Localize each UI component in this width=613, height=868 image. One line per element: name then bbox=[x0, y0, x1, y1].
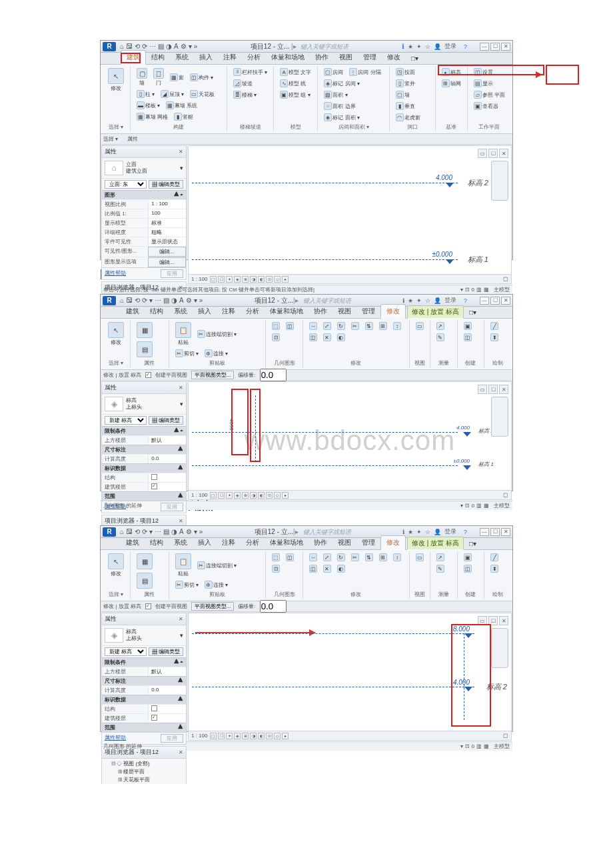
close-icon[interactable]: ✕ bbox=[501, 43, 510, 51]
tab-6[interactable]: 体量和场地 bbox=[265, 536, 308, 549]
login-link[interactable]: 登录 bbox=[444, 42, 456, 51]
close-browser-icon[interactable]: ✕ bbox=[179, 749, 183, 755]
qat-redo-icon[interactable]: ⟳ bbox=[142, 43, 147, 50]
tab-modify[interactable]: 修改 bbox=[382, 51, 406, 64]
view-control-bar[interactable]: 1 : 100▢☐✦◈⊕◑◐⊙◇▸ ▢ bbox=[189, 490, 511, 499]
edit-type-button[interactable]: ▦ 编辑类型 bbox=[149, 180, 183, 189]
tab-10[interactable]: 修改 bbox=[380, 535, 406, 550]
tab-5[interactable]: 分析 bbox=[241, 536, 265, 549]
ribbon-icon-button[interactable]: ◐ bbox=[335, 564, 347, 573]
type-dropdown-icon[interactable]: ▾ bbox=[180, 401, 183, 407]
level-1-line[interactable] bbox=[192, 259, 458, 260]
info-icon-3[interactable]: ☆ bbox=[425, 529, 430, 535]
ribbon-面积-button[interactable]: ▨面积 ▾ bbox=[322, 90, 349, 99]
ribbon-按面-button[interactable]: ◳按面 bbox=[394, 67, 417, 77]
canvas-max-icon[interactable]: ☐ bbox=[488, 385, 498, 394]
status-icon-2[interactable]: 0 bbox=[472, 743, 474, 749]
status-icon-1[interactable]: ⊡ bbox=[465, 743, 470, 749]
drawing-canvas[interactable]: 8.000 4.000 标高 2 ▭☐✕ 1 : 100▢☐✦◈⊕◑◐⊙◇▸ ▢ bbox=[188, 613, 512, 741]
property-row[interactable]: 图形显示选项编辑... bbox=[102, 257, 186, 267]
qat-icon-8[interactable]: A bbox=[179, 297, 184, 304]
ribbon-icon-button[interactable]: ✎ bbox=[434, 333, 446, 342]
close-panel-icon[interactable]: ✕ bbox=[179, 385, 183, 391]
ribbon-tabs[interactable]: 建筑结构系统插入注释分析体量和场地协作视图管理修改修改 | 放置 标高□▾ bbox=[101, 538, 512, 550]
qat-icon-2[interactable]: ⟲ bbox=[135, 528, 140, 535]
ribbon-tabs[interactable]: 建筑结构系统插入注释分析体量和场地协作视图管理修改修改 | 放置 标高□▾ bbox=[101, 307, 512, 319]
qat-icon-3[interactable]: ⟳ bbox=[142, 528, 147, 535]
tab-7[interactable]: 协作 bbox=[308, 536, 332, 549]
canvas-close-icon[interactable]: ✕ bbox=[499, 385, 508, 394]
tab-8[interactable]: 视图 bbox=[332, 536, 356, 549]
ribbon-icon-button[interactable]: ◐ bbox=[335, 333, 347, 342]
ribbon-连接-button[interactable]: ⊕连接 ▾ bbox=[203, 349, 230, 358]
ribbon-icon-button[interactable]: ↔ bbox=[307, 553, 319, 562]
fav-icon[interactable]: ☆ bbox=[425, 43, 430, 50]
tab-annotate[interactable]: 注释 bbox=[218, 51, 242, 64]
scale-value[interactable]: 1 : 100 bbox=[191, 276, 207, 282]
property-row[interactable]: 详细程度粗略 bbox=[102, 227, 186, 237]
quick-access-toolbar[interactable]: ⌂ 🖫 ⟲ ⟳ ⋯ ▤ ◑ A ⚙ ▾ » bbox=[120, 43, 197, 50]
view-control-icon-8[interactable]: ◇ bbox=[274, 492, 281, 499]
canvas-controls[interactable]: ▭☐✕ bbox=[478, 616, 508, 668]
info-icon-3[interactable]: ☆ bbox=[425, 297, 430, 304]
info-icon-1[interactable]: ★ bbox=[408, 297, 413, 304]
ribbon-icon-button[interactable]: ⬚ bbox=[270, 321, 282, 331]
drawing-canvas[interactable]: ▭☐✕ 4.000 标高 2 ±0.000 标高 1 1 : 100 ▢☐✦◈⊕… bbox=[188, 145, 512, 284]
quick-access-toolbar[interactable]: ⌂🖫⟲⟳▾⋯▤◑A⚙▾» bbox=[120, 528, 203, 535]
view-control-icon-5[interactable]: ◑ bbox=[250, 492, 257, 499]
view-control-bar[interactable]: 1 : 100▢☐✦◈⊕◑◐⊙◇▸ ▢ bbox=[189, 731, 511, 740]
qat-icon-10[interactable]: ▾ bbox=[194, 528, 197, 535]
help-icon[interactable]: ? bbox=[464, 297, 467, 304]
ribbon-模型文字-button[interactable]: A模型 文字 bbox=[278, 67, 313, 77]
qat-more-icon[interactable]: ⋯ bbox=[149, 43, 156, 50]
level-1-value[interactable]: ±0.000 bbox=[454, 458, 470, 464]
ribbon-icon-button[interactable]: ▭ bbox=[414, 321, 426, 331]
property-row[interactable]: 可见性/图形...编辑... bbox=[102, 246, 186, 257]
status-icon-4[interactable]: ▦ bbox=[484, 503, 489, 509]
ribbon-墙-button[interactable]: ▢墙 bbox=[394, 90, 412, 99]
qat-home-icon[interactable]: ⌂ bbox=[120, 43, 124, 50]
info-icon-2[interactable]: ✦ bbox=[416, 297, 422, 304]
tab-8[interactable]: 视图 bbox=[332, 305, 356, 318]
ribbon-房间-button[interactable]: ▢房间 bbox=[322, 67, 345, 77]
close-browser-icon[interactable]: ✕ bbox=[179, 518, 183, 524]
nav-wheel[interactable] bbox=[491, 628, 508, 668]
ribbon-参照平面-button[interactable]: ▱参照 平面 bbox=[472, 90, 507, 99]
info-icon[interactable]: ℹ bbox=[402, 43, 404, 50]
building-story-checkbox[interactable] bbox=[151, 483, 157, 489]
tab-collab[interactable]: 协作 bbox=[310, 51, 334, 64]
close-panel-icon[interactable]: ✕ bbox=[179, 149, 183, 155]
status-icon-0[interactable]: ▾ bbox=[460, 743, 463, 749]
offset-input[interactable] bbox=[260, 369, 287, 381]
tab-view[interactable]: 视图 bbox=[334, 51, 358, 64]
drawing-canvas[interactable]: www.bdocx.com 4000 4.000 标高 2 ±0.000 标高 … bbox=[188, 381, 512, 500]
property-row[interactable]: 显示模型标准 bbox=[102, 218, 186, 227]
level-2-line[interactable] bbox=[192, 432, 458, 433]
ribbon-icon-button[interactable]: ⊡ bbox=[270, 333, 282, 342]
ribbon-柱-button[interactable]: ▯柱 ▾ bbox=[135, 89, 157, 99]
level-1-line[interactable] bbox=[192, 465, 458, 466]
instance-selector[interactable]: 新建 标高 bbox=[105, 416, 147, 425]
ribbon-显示-button[interactable]: ▤显示 bbox=[472, 79, 495, 88]
ribbon-icon-button[interactable]: ◫ bbox=[462, 333, 474, 342]
view-control-icon-3[interactable]: ◈ bbox=[234, 492, 241, 499]
ribbon-构件-button[interactable]: ◫构件 ▾ bbox=[188, 67, 215, 87]
ribbon-修改-button[interactable]: ↖修改 bbox=[106, 553, 126, 578]
ribbon-icon-button[interactable]: ╱ bbox=[488, 553, 500, 562]
tab-7[interactable]: 协作 bbox=[308, 305, 332, 318]
qat-icon-1[interactable]: 🖫 bbox=[126, 297, 133, 304]
ribbon-icon-button[interactable]: ↗ bbox=[434, 321, 446, 331]
help-icon[interactable]: ? bbox=[464, 529, 467, 535]
tab-2[interactable]: 系统 bbox=[169, 536, 193, 549]
ribbon-icon-button[interactable]: ↻ bbox=[335, 553, 347, 562]
ribbon-剪切-button[interactable]: ✂剪切 ▾ bbox=[173, 349, 201, 358]
plan-view-types-button[interactable]: 平面视图类型... bbox=[191, 371, 235, 379]
view-control-icon-1[interactable]: ☐ bbox=[218, 733, 225, 739]
search-hint[interactable]: 键入关键字或短语 bbox=[301, 43, 348, 50]
ribbon-icon-button[interactable]: ⊞ bbox=[377, 321, 389, 331]
view-control-icon-9[interactable]: ▸ bbox=[282, 733, 289, 739]
ribbon-粘贴-button[interactable]: 📋粘贴 bbox=[173, 321, 193, 347]
status-icon-3[interactable]: ▥ bbox=[476, 503, 482, 509]
view-control-icon-6[interactable]: ◐ bbox=[258, 276, 265, 283]
login-link[interactable]: 登录 bbox=[444, 296, 456, 305]
